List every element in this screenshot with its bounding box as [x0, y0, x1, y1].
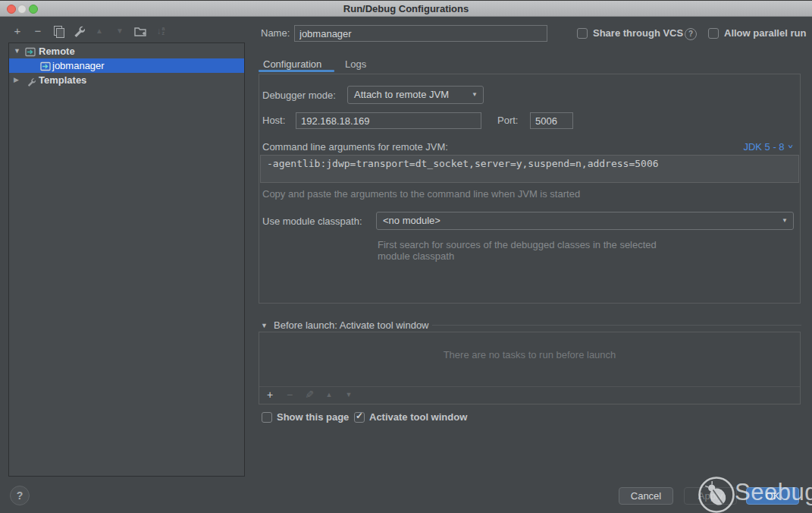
before-launch-task-list: There are no tasks to run before launch …: [259, 332, 801, 404]
debugger-mode-select[interactable]: Attach to remote JVM ▼: [347, 86, 484, 104]
configurations-tree: ▼ Remote jobmanager ▶ Templates: [8, 42, 245, 477]
show-this-page-label: Show this page: [277, 410, 349, 425]
port-input[interactable]: [530, 112, 573, 129]
debugger-mode-value: Attach to remote JVM: [354, 89, 449, 100]
tree-item-remote-group[interactable]: ▼ Remote: [9, 44, 244, 58]
activate-tool-window-label: Activate tool window: [369, 410, 467, 425]
run-debug-configurations-dialog: Run/Debug Configurations + − ▲ ▼ ↓ az ▼ …: [0, 0, 812, 513]
name-label: Name:: [261, 24, 290, 42]
check-icon: ✓: [356, 411, 363, 421]
show-this-page-checkbox[interactable]: [262, 412, 272, 423]
templates-wrench-icon: [27, 76, 36, 90]
edit-defaults-wrench-icon[interactable]: [71, 24, 86, 39]
command-line-args-label: Command line arguments for remote JVM:: [262, 140, 448, 155]
remove-configuration-icon[interactable]: −: [30, 24, 45, 39]
host-label: Host:: [262, 112, 285, 129]
edit-task-pencil-icon: ✎: [302, 387, 317, 402]
sort-configurations-icon: ↓ az: [153, 24, 168, 39]
activate-tool-window-checkbox[interactable]: ✓: [354, 412, 365, 423]
titlebar: Run/Debug Configurations: [0, 0, 812, 17]
collapse-icon[interactable]: ▼: [261, 319, 268, 332]
move-task-up-icon: ▲: [321, 387, 337, 402]
jdk-version-label: JDK 5 - 8: [743, 141, 784, 153]
allow-parallel-run-checkbox[interactable]: [708, 28, 719, 39]
apply-button[interactable]: Apply: [684, 487, 737, 505]
tree-item-templates-group[interactable]: ▶ Templates: [9, 73, 244, 87]
add-configuration-icon[interactable]: +: [10, 24, 25, 39]
tree-item-label: Templates: [39, 74, 86, 86]
move-down-icon: ▼: [112, 24, 127, 39]
use-module-classpath-label: Use module classpath:: [262, 212, 362, 231]
args-hint: Copy and paste the arguments to the comm…: [262, 188, 580, 200]
cancel-button[interactable]: Cancel: [619, 487, 673, 505]
vcs-help-icon[interactable]: ?: [685, 28, 697, 40]
module-hint-line2: module classpath: [378, 250, 454, 262]
tab-logs[interactable]: Logs: [345, 57, 366, 72]
move-up-icon: ▲: [92, 24, 107, 39]
before-launch-toolbar: + − ✎ ▲ ▼: [262, 387, 356, 402]
module-classpath-select[interactable]: <no module> ▼: [376, 212, 794, 230]
chevron-down-icon: ▼: [782, 212, 788, 229]
before-launch-title: Before launch: Activate tool window: [274, 318, 429, 333]
module-classpath-value: <no module>: [383, 215, 440, 226]
debugger-mode-label: Debugger mode:: [262, 87, 336, 105]
command-line-args-field[interactable]: -agentlib:jdwp=transport=dt_socket,serve…: [260, 155, 799, 183]
chevron-down-icon: ∨: [787, 143, 794, 151]
allow-parallel-run-label: Allow parallel run: [724, 25, 806, 42]
share-through-vcs-checkbox[interactable]: [577, 28, 588, 39]
move-task-down-icon: ▼: [341, 387, 356, 402]
host-input[interactable]: [296, 112, 481, 129]
collapse-icon[interactable]: ▼: [14, 44, 23, 58]
add-task-icon[interactable]: +: [262, 387, 277, 402]
chevron-down-icon: ▼: [472, 87, 478, 103]
active-tab-indicator: [259, 70, 334, 72]
configurations-toolbar: + − ▲ ▼ ↓ az: [10, 24, 168, 39]
new-folder-icon[interactable]: [133, 24, 148, 39]
window-title: Run/Debug Configurations: [0, 1, 812, 17]
copy-configuration-icon[interactable]: [51, 24, 66, 39]
share-through-vcs-label: Share through VCS: [593, 25, 683, 42]
help-button[interactable]: ?: [10, 486, 30, 505]
tree-item-label: Remote: [39, 46, 75, 57]
jdk-version-selector[interactable]: JDK 5 - 8 ∨: [743, 140, 794, 155]
tree-item-jobmanager[interactable]: jobmanager: [9, 58, 244, 73]
port-label: Port:: [497, 112, 518, 129]
module-hint-line1: First search for sources of the debugged…: [378, 239, 657, 250]
ok-button[interactable]: OK: [746, 487, 799, 505]
section-divider: [432, 325, 801, 326]
tree-item-label: jobmanager: [52, 60, 105, 71]
remove-task-icon: −: [282, 387, 297, 402]
empty-task-list-text: There are no tasks to run before launch: [259, 349, 800, 360]
expand-icon[interactable]: ▶: [14, 73, 23, 87]
name-input[interactable]: [294, 25, 547, 42]
configuration-panel: Debugger mode: Attach to remote JVM ▼ Ho…: [259, 74, 801, 304]
